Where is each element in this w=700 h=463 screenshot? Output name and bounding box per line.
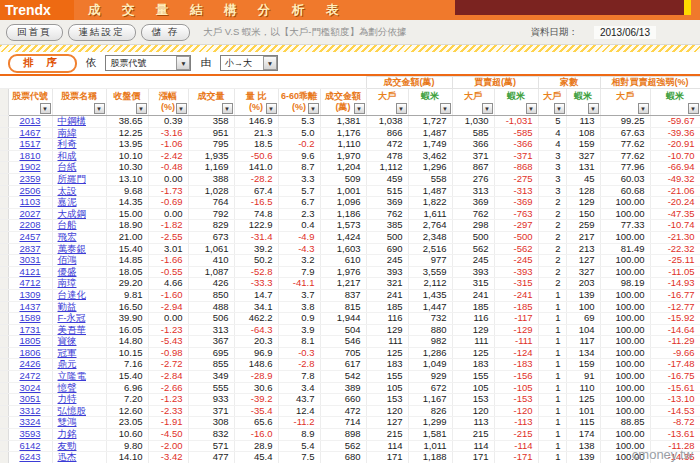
stock-name-link[interactable]: 友勁 bbox=[58, 440, 77, 451]
column-filter-change-button[interactable]: ▼ bbox=[176, 103, 187, 114]
column-filter-cnt_big-button[interactable]: ▼ bbox=[554, 103, 565, 114]
stock-name-link[interactable]: 力銘 bbox=[58, 429, 77, 440]
stock-name-link[interactable]: 利奇 bbox=[58, 139, 77, 150]
stock-code-link[interactable]: 2837 bbox=[19, 243, 40, 254]
column-filter-net_big-button[interactable]: ▼ bbox=[482, 103, 493, 114]
cell-volume: 358 bbox=[188, 116, 234, 128]
stock-code-link[interactable]: 1589 bbox=[19, 313, 40, 324]
stock-name-link[interactable]: F-永冠 bbox=[58, 313, 86, 324]
stock-code-link[interactable]: 2027 bbox=[19, 208, 40, 219]
cell-cnt_big: 1 bbox=[538, 371, 566, 383]
cell-bias_6_60: 43.7 bbox=[278, 394, 320, 406]
cell-cnt_shrimp: 129 bbox=[566, 197, 600, 209]
stock-code-link[interactable]: 2426 bbox=[19, 359, 40, 370]
stock-name-link[interactable]: 南璋 bbox=[58, 278, 77, 289]
stock-name-link[interactable]: 鼎元 bbox=[58, 359, 77, 370]
stock-name-link[interactable]: 弘憶股 bbox=[58, 405, 87, 416]
stock-name-link[interactable]: 大成鋼 bbox=[58, 208, 87, 219]
stock-name-link[interactable]: 優盛 bbox=[58, 266, 77, 277]
stock-code-link[interactable]: 6243 bbox=[19, 452, 40, 463]
stock-code-link[interactable]: 1902 bbox=[19, 162, 40, 173]
column-filter-amount-button[interactable]: ▼ bbox=[354, 103, 365, 114]
stock-name-link[interactable]: 立隆電 bbox=[58, 371, 87, 382]
column-filter-close-button[interactable]: ▼ bbox=[136, 103, 147, 114]
stock-name-link[interactable]: 嘉泥 bbox=[58, 197, 77, 208]
chevron-down-icon[interactable]: ▼ bbox=[263, 56, 277, 70]
column-label-rel_shrimp: 蝦米 bbox=[651, 89, 700, 102]
save-button[interactable]: 儲 存 bbox=[141, 24, 191, 41]
sort-button[interactable]: 排 序 bbox=[8, 54, 77, 73]
stock-name-link[interactable]: 和成 bbox=[58, 150, 77, 161]
stock-code-link[interactable]: 2457 bbox=[19, 231, 40, 242]
stock-name-link[interactable]: 所羅門 bbox=[58, 173, 87, 184]
stock-code-link[interactable]: 1467 bbox=[19, 127, 40, 138]
column-filter-bias_6_60-button[interactable]: ▼ bbox=[308, 103, 319, 114]
column-filter-volume-button[interactable]: ▼ bbox=[222, 103, 233, 114]
cell-volume: 371 bbox=[188, 405, 234, 417]
stock-name-link[interactable]: 台紙 bbox=[58, 162, 77, 173]
stock-name-link[interactable]: 力特 bbox=[58, 394, 77, 405]
cell-volume: 1,935 bbox=[188, 150, 234, 162]
stock-code-link[interactable]: 2359 bbox=[19, 173, 40, 184]
column-filter-amt_shrimp-button[interactable]: ▼ bbox=[440, 103, 451, 114]
cell-rel_shrimp: -47.35 bbox=[650, 208, 700, 220]
stock-name-link[interactable]: 中鋼構 bbox=[58, 116, 87, 127]
column-filter-rel_big-button[interactable]: ▼ bbox=[638, 103, 649, 114]
column-filter-net_shrimp-button[interactable]: ▼ bbox=[526, 103, 537, 114]
stock-code-link[interactable]: 1806 bbox=[19, 347, 40, 358]
stock-name-link[interactable]: 台船 bbox=[58, 220, 77, 231]
table-row: 1467南緯12.25-3.1695121.35.01,1768661,4875… bbox=[0, 127, 700, 139]
stock-code-link[interactable]: 2013 bbox=[19, 116, 40, 127]
sort-order-select[interactable]: 小→大 ▼ bbox=[220, 55, 278, 71]
stock-code-link[interactable]: 4121 bbox=[19, 266, 40, 277]
column-filter-cnt_shrimp-button[interactable]: ▼ bbox=[588, 103, 599, 114]
stock-code-link[interactable]: 2506 bbox=[19, 185, 40, 196]
stock-name-link[interactable]: 雙鴻 bbox=[58, 417, 77, 428]
stock-code-link[interactable]: 3324 bbox=[19, 417, 40, 428]
home-button[interactable]: 回首頁 bbox=[6, 24, 63, 41]
stock-code-link[interactable]: 3024 bbox=[19, 382, 40, 393]
column-filter-vol_ratio-button[interactable]: ▼ bbox=[266, 103, 277, 114]
stock-code-link[interactable]: 3051 bbox=[19, 394, 40, 405]
stock-code-link[interactable]: 2208 bbox=[19, 220, 40, 231]
stock-code-link[interactable]: 2472 bbox=[19, 371, 40, 382]
column-filter-rel_shrimp-button[interactable]: ▼ bbox=[688, 103, 699, 114]
column-filter-amt_big-button[interactable]: ▼ bbox=[396, 103, 407, 114]
stock-code-link[interactable]: 1517 bbox=[19, 139, 40, 150]
stock-name-link[interactable]: 美吾華 bbox=[58, 324, 87, 335]
stock-code-link[interactable]: 3593 bbox=[19, 429, 40, 440]
stock-name-link[interactable]: 台達化 bbox=[58, 289, 87, 300]
stock-name-link[interactable]: 憶聲 bbox=[58, 382, 77, 393]
stock-code-link[interactable]: 1309 bbox=[19, 289, 40, 300]
cell-code: 1309 bbox=[8, 289, 52, 301]
stock-name-link[interactable]: 飛宏 bbox=[58, 231, 77, 242]
cell-cnt_shrimp: 139 bbox=[566, 289, 600, 301]
stock-code-link[interactable]: 4712 bbox=[19, 278, 40, 289]
stock-code-link[interactable]: 1805 bbox=[19, 336, 40, 347]
stock-name-link[interactable]: 萬泰銀 bbox=[58, 243, 87, 254]
stock-code-link[interactable]: 1103 bbox=[20, 197, 40, 208]
column-filter-name-button[interactable]: ▼ bbox=[94, 103, 105, 114]
stock-code-link[interactable]: 1810 bbox=[19, 150, 40, 161]
stock-name-link[interactable]: 冠軍 bbox=[58, 347, 77, 358]
cell-net_shrimp: -245 bbox=[494, 255, 538, 267]
row-gutter bbox=[0, 127, 8, 139]
stock-name-link[interactable]: 迅杰 bbox=[58, 452, 77, 463]
stock-name-link[interactable]: 佰鴻 bbox=[58, 255, 77, 266]
chevron-down-icon[interactable]: ▼ bbox=[176, 56, 190, 70]
stock-name-link[interactable]: 勤益 bbox=[58, 301, 77, 312]
link-settings-button[interactable]: 連結設定 bbox=[68, 24, 136, 41]
stock-name-link[interactable]: 南緯 bbox=[58, 127, 77, 138]
group-holder-count: 家數 bbox=[538, 77, 600, 89]
stock-name-link[interactable]: 寶徠 bbox=[58, 336, 77, 347]
cell-rel_shrimp: -15.61 bbox=[650, 382, 700, 394]
stock-code-link[interactable]: 1731 bbox=[19, 324, 40, 335]
stock-name-link[interactable]: 太設 bbox=[58, 185, 77, 196]
column-filter-code-button[interactable]: ▼ bbox=[40, 103, 51, 114]
stock-code-link[interactable]: 1437 bbox=[19, 301, 40, 312]
stock-code-link[interactable]: 6142 bbox=[19, 440, 40, 451]
stock-code-link[interactable]: 3031 bbox=[19, 255, 40, 266]
sort-field-select[interactable]: 股票代號 ▼ bbox=[105, 55, 191, 71]
cell-rel_shrimp: -16.75 bbox=[650, 371, 700, 383]
stock-code-link[interactable]: 3312 bbox=[19, 405, 40, 416]
